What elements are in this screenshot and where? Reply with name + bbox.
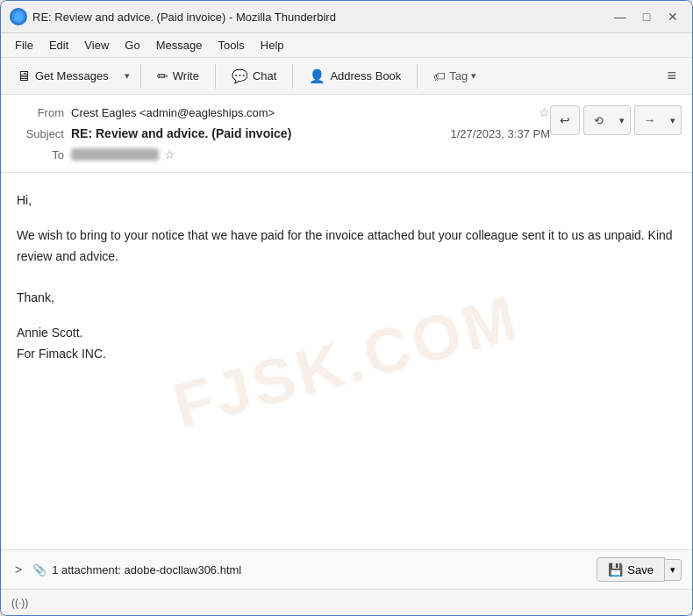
- body-greeting: Hi,: [17, 190, 676, 211]
- app-icon: [10, 8, 27, 25]
- toolbar-sep-2: [215, 64, 216, 89]
- from-row: From Crest Eagles <admin@eagleships.com>…: [11, 102, 550, 123]
- get-messages-label: Get Messages: [35, 69, 109, 82]
- get-messages-icon: 🖥: [17, 68, 31, 84]
- toolbar-sep-3: [292, 64, 293, 89]
- reply-all-button[interactable]: ⟲: [583, 105, 613, 135]
- action-buttons-group: ↩ ⟲ ▾ → ▾: [550, 105, 682, 135]
- to-value-blurred: [71, 148, 159, 161]
- tag-dropdown-arrow: ▾: [471, 70, 476, 82]
- from-value: Crest Eagles <admin@eagleships.com>: [71, 106, 533, 119]
- get-messages-dropdown[interactable]: ▾: [121, 66, 133, 86]
- email-header: From Crest Eagles <admin@eagleships.com>…: [1, 95, 692, 173]
- address-book-icon: 👤: [309, 68, 325, 84]
- forward-dropdown[interactable]: ▾: [664, 105, 682, 135]
- toolbar: 🖥 Get Messages ▾ ✏ Write 💬 Chat 👤 Addres…: [1, 58, 692, 95]
- body-org: For Fimack INC.: [17, 344, 676, 365]
- forward-group: → ▾: [634, 105, 682, 135]
- reply-button[interactable]: ↩: [550, 105, 580, 135]
- email-body: FJSK.COM Hi, We wish to bring to your no…: [1, 173, 692, 549]
- save-icon: 💾: [608, 562, 623, 577]
- menu-bar: File Edit View Go Message Tools Help: [1, 33, 692, 58]
- status-bar: ((·)): [1, 589, 692, 615]
- save-dropdown-button[interactable]: ▾: [665, 559, 682, 581]
- chat-label: Chat: [253, 69, 276, 82]
- get-messages-button[interactable]: 🖥 Get Messages: [8, 64, 118, 89]
- window-title: RE: Review and advice. (Paid invoice) - …: [32, 11, 336, 24]
- tag-icon: 🏷: [433, 69, 446, 83]
- chat-button[interactable]: 💬 Chat: [223, 64, 285, 89]
- attachment-toggle-button[interactable]: >: [11, 561, 25, 578]
- tag-label: Tag: [449, 69, 468, 82]
- maximize-button[interactable]: □: [636, 6, 657, 27]
- write-label: Write: [173, 69, 199, 82]
- toolbar-sep-1: [140, 64, 141, 89]
- address-book-button[interactable]: 👤 Address Book: [300, 64, 410, 89]
- close-button[interactable]: ✕: [662, 6, 683, 27]
- menu-view[interactable]: View: [77, 36, 116, 54]
- paperclip-icon: 📎: [32, 563, 46, 577]
- tag-button[interactable]: 🏷 Tag ▾: [425, 65, 485, 88]
- to-row: To ☆: [11, 144, 550, 165]
- email-date: 1/27/2023, 3:37 PM: [451, 127, 550, 140]
- save-button-group: 💾 Save ▾: [597, 557, 682, 582]
- signal-icon: ((·)): [11, 597, 28, 609]
- body-paragraph: We wish to bring to your notice that we …: [17, 226, 676, 268]
- menu-help[interactable]: Help: [254, 36, 291, 54]
- from-label: From: [11, 106, 64, 119]
- toolbar-sep-4: [417, 64, 418, 89]
- menu-edit[interactable]: Edit: [42, 36, 75, 54]
- reply-icon: ↩: [560, 113, 570, 127]
- write-icon: ✏: [157, 68, 168, 84]
- chat-icon: 💬: [232, 68, 248, 84]
- to-star-icon[interactable]: ☆: [164, 147, 175, 161]
- subject-label: Subject: [11, 127, 64, 140]
- menu-tools[interactable]: Tools: [211, 36, 251, 54]
- subject-value: RE: Review and advice. (Paid invoice): [71, 126, 451, 140]
- save-attachment-button[interactable]: 💾 Save: [597, 557, 665, 582]
- menu-go[interactable]: Go: [118, 36, 146, 54]
- from-star-icon[interactable]: ☆: [539, 105, 550, 119]
- body-name: Annie Scott.: [17, 323, 676, 344]
- address-book-label: Address Book: [330, 69, 401, 82]
- reply-all-dropdown[interactable]: ▾: [613, 105, 631, 135]
- write-button[interactable]: ✏ Write: [148, 64, 208, 89]
- reply-all-group: ⟲ ▾: [583, 105, 631, 135]
- menu-file[interactable]: File: [8, 36, 40, 54]
- minimize-button[interactable]: —: [610, 6, 631, 27]
- title-bar: RE: Review and advice. (Paid invoice) - …: [1, 1, 692, 33]
- main-window: RE: Review and advice. (Paid invoice) - …: [0, 0, 693, 616]
- window-controls: — □ ✕: [610, 6, 683, 27]
- attachment-bar: > 📎 1 attachment: adobe-docllaw306.html …: [1, 549, 692, 589]
- attachment-info: 📎 1 attachment: adobe-docllaw306.html: [32, 563, 589, 577]
- hamburger-button[interactable]: ≡: [658, 62, 685, 90]
- title-bar-left: RE: Review and advice. (Paid invoice) - …: [10, 8, 336, 25]
- menu-message[interactable]: Message: [149, 36, 210, 54]
- forward-button[interactable]: →: [634, 105, 664, 135]
- subject-row: Subject RE: Review and advice. (Paid inv…: [11, 123, 550, 144]
- reply-all-icon: ⟲: [594, 114, 604, 127]
- save-label: Save: [627, 563, 654, 577]
- forward-icon: →: [644, 113, 656, 127]
- reply-group: ↩: [550, 105, 580, 135]
- body-closing: Thank,: [17, 288, 676, 309]
- to-label: To: [11, 148, 64, 161]
- attachment-count-text: 1 attachment: adobe-docllaw306.html: [52, 563, 241, 577]
